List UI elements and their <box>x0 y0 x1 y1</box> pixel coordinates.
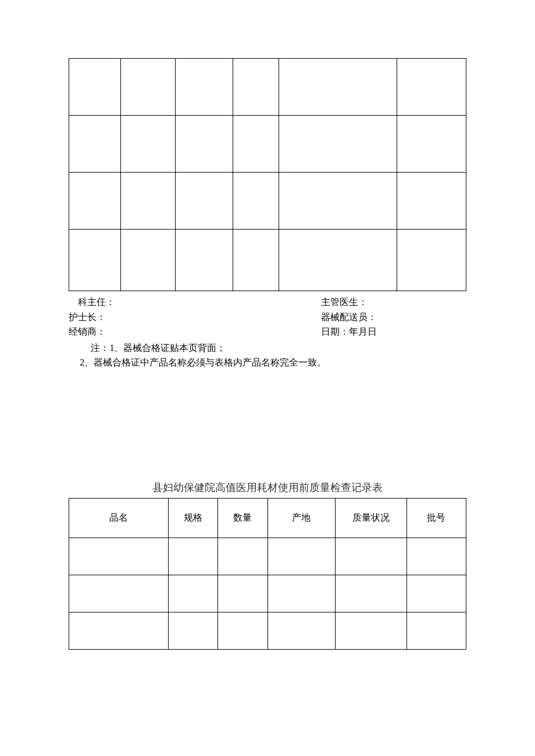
table-row <box>69 230 466 291</box>
table-row <box>69 538 466 575</box>
col-quality: 质量状况 <box>335 498 406 538</box>
col-qty: 数量 <box>218 498 268 538</box>
dept-head-label: 科主任： <box>69 295 321 310</box>
dealer-label: 经销商： <box>69 324 321 339</box>
col-origin: 产地 <box>268 498 335 538</box>
table-row <box>69 612 466 649</box>
col-batch: 批号 <box>406 498 466 538</box>
table-row <box>69 116 466 173</box>
quality-check-table: 品名 规格 数量 产地 质量状况 批号 <box>69 498 466 650</box>
note-line-1: 注：1、器械合格证贴本页背面； <box>69 341 466 356</box>
col-spec: 规格 <box>168 498 217 538</box>
head-nurse-label: 护士长： <box>69 310 321 325</box>
table2-title: 县妇幼保健院高值医用耗材使用前质量检查记录表 <box>69 481 466 495</box>
signature-block: 科主任： 主管医生： 护士长： 器械配送员： 经销商： 日期：年月日 <box>69 295 466 339</box>
note-line-2: 2、器械合格证中产品名称必须与表格内产品名称完全一致。 <box>69 355 466 370</box>
date-label: 日期：年月日 <box>321 324 466 339</box>
notes-block: 注：1、器械合格证贴本页背面； 2、器械合格证中产品名称必须与表格内产品名称完全… <box>69 341 466 370</box>
upper-table <box>69 58 466 291</box>
col-name: 品名 <box>69 498 169 538</box>
delivery-label: 器械配送员： <box>321 310 466 325</box>
table-row <box>69 575 466 612</box>
table-row <box>69 173 466 230</box>
attending-label: 主管医生： <box>321 295 466 310</box>
table-header-row: 品名 规格 数量 产地 质量状况 批号 <box>69 498 466 538</box>
table-row <box>69 59 466 116</box>
